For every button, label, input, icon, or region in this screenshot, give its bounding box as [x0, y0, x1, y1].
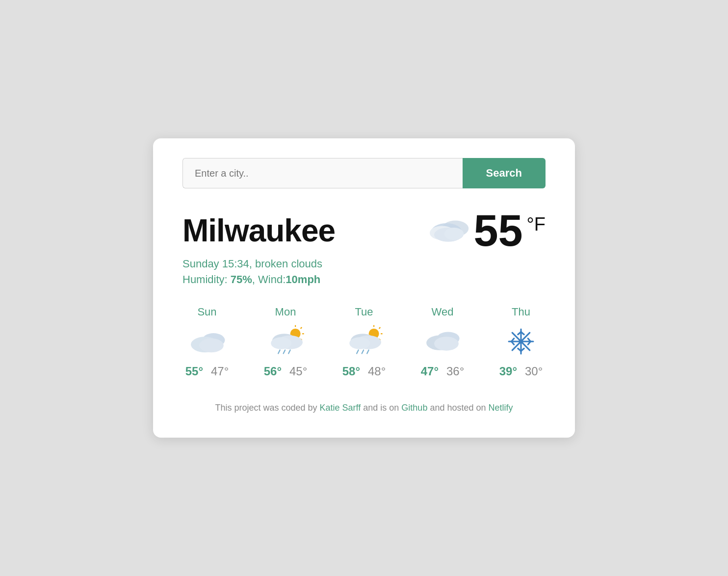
humidity-value: 75%: [231, 273, 252, 286]
forecast-row: Sun 55° 47° Mon: [182, 306, 546, 378]
footer: This project was coded by Katie Sarff an…: [182, 403, 546, 413]
forecast-icon-4: [501, 324, 541, 359]
wind-value: 10mph: [286, 273, 320, 286]
forecast-low-2: 48°: [368, 365, 386, 378]
svg-point-26: [349, 337, 370, 349]
city-search-input[interactable]: [182, 158, 463, 188]
forecast-high-2: 58°: [342, 365, 360, 378]
forecast-low-3: 36°: [446, 365, 464, 378]
footer-text-end: and hosted on: [427, 403, 488, 413]
svg-point-4: [444, 228, 464, 240]
svg-point-15: [271, 337, 291, 349]
weather-card: Search Milwaukee 55 °F Sunday 15:3: [153, 138, 575, 438]
footer-github-link[interactable]: Github: [401, 403, 427, 413]
forecast-day-thu: Thu: [496, 306, 546, 378]
description-row: Sunday 15:34, broken clouds Humidity: 75…: [182, 258, 546, 286]
forecast-icon-2: [344, 324, 384, 359]
forecast-day-label-4: Thu: [512, 306, 530, 318]
wind-label: Wind:: [258, 273, 286, 286]
forecast-day-label-2: Tue: [355, 306, 373, 318]
temperature-unit: °F: [527, 214, 546, 235]
forecast-low-0: 47°: [211, 365, 229, 378]
forecast-low-4: 30°: [525, 365, 543, 378]
current-weather-icon: [425, 208, 469, 253]
svg-point-7: [199, 339, 224, 352]
forecast-icon-1: [266, 324, 305, 359]
forecast-temps-4: 39° 30°: [499, 365, 543, 378]
forecast-day-sun: Sun 55° 47°: [182, 306, 232, 378]
svg-line-29: [367, 350, 369, 354]
footer-text-middle: and is on: [361, 403, 401, 413]
search-button[interactable]: Search: [463, 158, 546, 188]
forecast-day-label-0: Sun: [197, 306, 216, 318]
forecast-temps-1: 56° 45°: [264, 365, 308, 378]
forecast-day-label-1: Mon: [275, 306, 296, 318]
forecast-temps-2: 58° 48°: [342, 365, 386, 378]
forecast-high-3: 47°: [421, 365, 439, 378]
city-name: Milwaukee: [182, 212, 335, 249]
forecast-day-wed: Wed 47° 36°: [418, 306, 467, 378]
forecast-day-mon: Mon: [261, 306, 310, 378]
humidity-wind: Humidity: 75%, Wind:10mph: [182, 273, 546, 286]
footer-netlify-link[interactable]: Netlify: [489, 403, 513, 413]
forecast-temps-3: 47° 36°: [421, 365, 465, 378]
footer-text-before: This project was coded by: [215, 403, 319, 413]
svg-line-10: [301, 327, 302, 329]
forecast-day-label-3: Wed: [432, 306, 454, 318]
forecast-icon-3: [423, 324, 462, 359]
humidity-label: Humidity:: [182, 273, 228, 286]
forecast-high-4: 39°: [499, 365, 517, 378]
forecast-icon-0: [187, 324, 227, 359]
forecast-low-1: 45°: [289, 365, 307, 378]
date-description: Sunday 15:34, broken clouds: [182, 258, 546, 270]
svg-line-18: [288, 350, 290, 354]
svg-line-27: [357, 350, 359, 354]
forecast-high-1: 56°: [264, 365, 282, 378]
city-temp-row: Milwaukee 55 °F: [182, 208, 546, 253]
svg-point-45: [519, 340, 523, 344]
temperature-value: 55: [473, 209, 522, 253]
svg-point-32: [434, 337, 459, 350]
svg-line-21: [379, 327, 381, 329]
svg-line-17: [284, 350, 286, 354]
forecast-high-0: 55°: [185, 365, 203, 378]
svg-line-28: [362, 350, 364, 354]
temperature-display: 55 °F: [425, 208, 546, 253]
svg-line-16: [278, 350, 280, 354]
forecast-temps-0: 55° 47°: [185, 365, 229, 378]
footer-author-link[interactable]: Katie Sarff: [320, 403, 361, 413]
search-row: Search: [182, 158, 546, 188]
forecast-day-tue: Tue 58° 48°: [339, 306, 389, 378]
